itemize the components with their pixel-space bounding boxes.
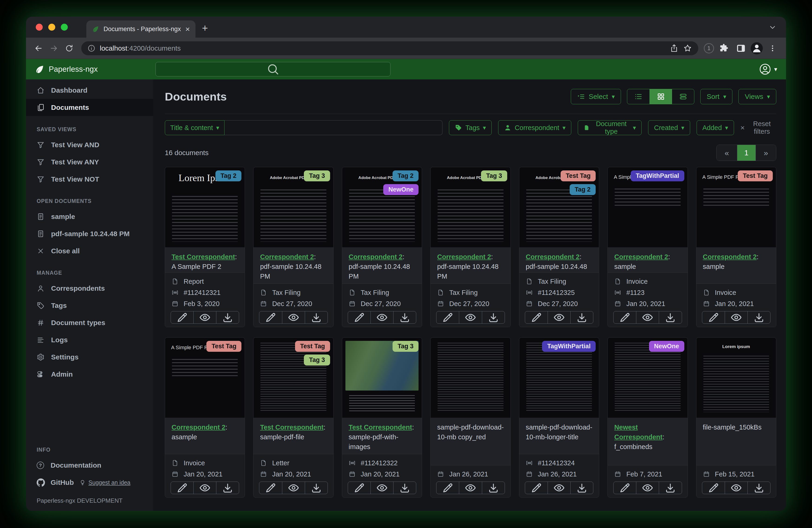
filter-added-dropdown[interactable]: Added▾ <box>697 120 734 135</box>
browser-menu-dots-icon[interactable] <box>767 43 778 53</box>
view-button[interactable] <box>193 482 216 494</box>
document-tag[interactable]: NewOne <box>383 184 419 195</box>
site-info-icon[interactable] <box>87 44 96 53</box>
download-button[interactable] <box>659 311 682 324</box>
document-thumbnail[interactable]: Lorem ipsum <box>696 338 776 418</box>
document-tag[interactable]: Test Tag <box>206 341 242 352</box>
global-search[interactable] <box>156 62 390 76</box>
document-card[interactable]: Adobe Acrobat PDF Files Tag 3 Correspond… <box>430 167 510 327</box>
download-button[interactable] <box>393 311 416 324</box>
select-button[interactable]: Select▾ <box>571 89 621 104</box>
document-card[interactable]: A Simple PDF File Test Tag Correspondent… <box>165 337 245 498</box>
download-button[interactable] <box>748 482 770 494</box>
view-button[interactable] <box>371 482 393 494</box>
views-button[interactable]: Views▾ <box>738 89 776 104</box>
document-tag[interactable]: Test Tag <box>738 170 773 181</box>
download-button[interactable] <box>393 482 416 494</box>
edit-button[interactable] <box>259 482 282 494</box>
edit-button[interactable] <box>525 482 548 494</box>
document-card[interactable]: Adobe Acrobat PDF Files Tag 2NewOne Corr… <box>342 167 422 327</box>
view-button[interactable] <box>636 311 659 324</box>
view-button[interactable] <box>725 311 748 324</box>
sidebar-item-logs[interactable]: Logs <box>26 331 153 348</box>
document-thumbnail[interactable]: NewOne <box>608 338 687 418</box>
view-button[interactable] <box>371 311 393 324</box>
correspondent-link[interactable]: Correspondent 2 <box>172 424 226 431</box>
edit-button[interactable] <box>702 482 725 494</box>
share-icon[interactable] <box>669 44 679 53</box>
correspondent-link[interactable]: Test Correspondent <box>260 424 323 431</box>
view-button[interactable] <box>193 311 216 324</box>
extensions-puzzle-icon[interactable] <box>719 43 729 53</box>
document-tag[interactable]: TagWithPartial <box>542 341 596 352</box>
sidebar-item-saved-view-and[interactable]: Test View AND <box>26 136 153 154</box>
edit-button[interactable] <box>436 311 459 324</box>
document-thumbnail[interactable]: Adobe Acrobat PDF Files Tag 2NewOne <box>342 167 422 247</box>
document-card[interactable]: Adobe Acrobat PDF Files Tag 3 Correspond… <box>253 167 333 327</box>
document-thumbnail[interactable]: A Simple PDF File Test Tag <box>165 338 245 418</box>
document-tag[interactable]: Tag 3 <box>393 341 419 352</box>
sidebar-item-documentation[interactable]: ? Documentation <box>26 457 153 474</box>
sidebar-item-saved-view-not[interactable]: Test View NOT <box>26 171 153 188</box>
bookmark-star-icon[interactable] <box>683 44 692 53</box>
document-card[interactable]: Lorem ipsum file-sample_150kBs Feb 15, 2… <box>696 337 776 498</box>
document-card[interactable]: A Simple PDF File Test Tag Correspondent… <box>696 167 776 327</box>
url-text[interactable]: localhost:4200/documents <box>100 44 665 52</box>
browser-tab[interactable]: Documents - Paperless-ngx × <box>86 20 195 38</box>
correspondent-link[interactable]: Correspondent 2 <box>349 253 403 260</box>
view-button[interactable] <box>282 482 305 494</box>
document-thumbnail[interactable]: Adobe Acrobat PDF Files Test TagTag 2 <box>519 167 599 247</box>
new-tab-button[interactable]: + <box>202 22 208 34</box>
document-tag[interactable]: NewOne <box>649 341 684 352</box>
filter-text-input[interactable] <box>224 120 443 135</box>
pagination-prev-button[interactable]: « <box>716 145 737 161</box>
sidebar-item-document-types[interactable]: Document types <box>26 314 153 331</box>
reload-icon[interactable] <box>63 42 76 55</box>
view-button[interactable] <box>459 482 482 494</box>
document-tag[interactable]: Tag 2 <box>215 170 242 181</box>
document-card[interactable]: A Simple PDF File TagWithPartial Corresp… <box>608 167 687 327</box>
view-button[interactable] <box>725 482 748 494</box>
document-tag[interactable]: Tag 2 <box>393 170 419 181</box>
document-card[interactable]: Tag 3 Test Correspondent: sample-pdf-wit… <box>342 337 422 498</box>
document-thumbnail[interactable]: Lorem Ipsum Tag 2 <box>165 167 245 247</box>
sidebar-item-dashboard[interactable]: Dashboard <box>26 82 153 99</box>
sidebar-item-settings[interactable]: Settings <box>26 348 153 366</box>
reset-filters-button[interactable]: ×Reset filters <box>740 120 776 135</box>
document-thumbnail[interactable]: Tag 3 <box>342 338 422 418</box>
document-thumbnail[interactable]: Adobe Acrobat PDF Files Tag 3 <box>253 167 333 247</box>
back-icon[interactable] <box>32 42 45 55</box>
correspondent-link[interactable]: Newest Correspondent <box>614 424 663 441</box>
edit-button[interactable] <box>171 482 193 494</box>
url-bar[interactable]: localhost:4200/documents <box>81 41 698 55</box>
document-thumbnail[interactable]: A Simple PDF File Test Tag <box>696 167 776 247</box>
extension-badge-icon[interactable]: 1 <box>704 43 714 53</box>
filter-field-dropdown[interactable]: Title & content▾ <box>165 120 224 135</box>
suggest-idea-link[interactable]: Suggest an idea <box>79 479 130 486</box>
document-card[interactable]: sample-pdf-download-10-mb copy_red Jan 2… <box>430 337 510 498</box>
edit-button[interactable] <box>613 482 636 494</box>
download-button[interactable] <box>748 311 770 324</box>
close-window-button[interactable] <box>36 24 43 31</box>
correspondent-link[interactable]: Correspondent 2 <box>703 253 757 260</box>
sidebar-item-admin[interactable]: Admin <box>26 366 153 383</box>
view-mode-detail-button[interactable] <box>672 89 694 104</box>
document-thumbnail[interactable]: Test TagTag 3 <box>253 338 333 418</box>
document-thumbnail[interactable] <box>431 338 510 418</box>
document-card[interactable]: Test TagTag 3 Test Correspondent: sample… <box>253 337 333 498</box>
filter-correspondent-dropdown[interactable]: Correspondent▾ <box>498 120 571 135</box>
document-card[interactable]: Lorem Ipsum Tag 2 Test Correspondent: A … <box>165 167 245 327</box>
view-button[interactable] <box>459 311 482 324</box>
correspondent-link[interactable]: Correspondent 2 <box>614 253 668 260</box>
edit-button[interactable] <box>348 311 371 324</box>
sidebar-item-tags[interactable]: Tags <box>26 297 153 314</box>
sidebar-item-open-doc-sample[interactable]: sample <box>26 208 153 225</box>
view-mode-table-button[interactable] <box>627 89 650 104</box>
edit-button[interactable] <box>348 482 371 494</box>
document-card[interactable]: Adobe Acrobat PDF Files Test TagTag 2 Co… <box>519 167 599 327</box>
download-button[interactable] <box>570 482 593 494</box>
correspondent-link[interactable]: Test Correspondent <box>349 424 412 431</box>
document-tag[interactable]: Test Tag <box>295 341 330 352</box>
document-tag[interactable]: TagWithPartial <box>631 170 684 181</box>
view-mode-grid-button[interactable] <box>650 89 672 104</box>
